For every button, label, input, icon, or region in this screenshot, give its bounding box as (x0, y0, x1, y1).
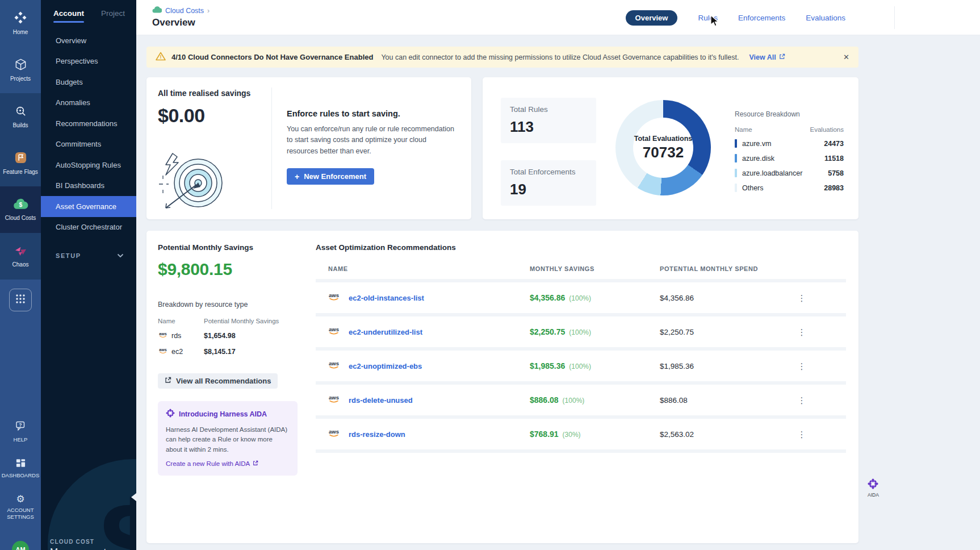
dashboards-label: DASHBOARDS (2, 472, 40, 478)
tab-rules[interactable]: Rules (698, 14, 718, 22)
view-all-link[interactable]: View All (749, 53, 785, 61)
svg-text:aws: aws (329, 360, 339, 366)
table-row: aws rds-resize-down $768.91(30%) $2,563.… (316, 419, 846, 449)
row-menu-kebab-icon[interactable]: ⋮ (785, 362, 819, 370)
col-potential-monthly-spend: POTENTIAL MONTHLY SPEND (660, 265, 785, 272)
aws-icon: aws (327, 292, 341, 304)
tab-overview[interactable]: Overview (626, 10, 678, 26)
sidebar-item-budgets[interactable]: Budgets (41, 72, 136, 93)
rail-item-chaos[interactable]: Chaos (0, 233, 41, 280)
new-enforcement-button[interactable]: + New Enforcement (287, 168, 374, 185)
module-grid-button[interactable] (9, 289, 32, 311)
aws-icon: aws (327, 326, 341, 338)
aws-icon: aws (158, 331, 168, 340)
rail-label: Home (13, 29, 28, 36)
recommendation-link[interactable]: rds-resize-down (349, 430, 405, 439)
external-link-icon (165, 377, 171, 385)
sidebar-item-commitments[interactable]: Commitments (41, 134, 136, 155)
account-settings-button[interactable]: ⚙ ACCOUNT SETTINGS (0, 494, 41, 521)
recommendation-name-cell: aws ec2-underutilized-list (316, 326, 530, 338)
module-name-small: CLOUD COST (50, 539, 106, 545)
module-name-large: Management (50, 547, 106, 550)
rail-bottom-section: ? HELP DASHBOARDS ⚙ ACCOUNT SETTINGS AM (0, 280, 41, 550)
evaluations-stats-card: Total Rules 113 Total Enforcements 19 To… (483, 77, 858, 219)
rail-top-section: Home Projects (0, 0, 41, 93)
rail-label: Projects (10, 76, 31, 82)
recommendation-name-cell: aws ec2-unoptimized-ebs (316, 360, 530, 372)
external-link-icon (253, 460, 258, 467)
total-rules-tile: Total Rules 113 (501, 98, 596, 143)
sidebar-item-overview[interactable]: Overview (41, 30, 136, 51)
legend-color-chip (735, 184, 737, 192)
sidebar-collapse-handle[interactable] (131, 493, 136, 501)
user-avatar[interactable]: AM (12, 541, 29, 550)
row-menu-kebab-icon[interactable]: ⋮ (785, 328, 819, 336)
sidebar-item-anomalies[interactable]: Anomalies (41, 93, 136, 114)
aida-flower-icon (868, 481, 878, 491)
projects-cube-icon (14, 58, 27, 72)
tab-project[interactable]: Project (101, 9, 125, 18)
sidebar-item-recommendations[interactable]: Recommendations (41, 113, 136, 134)
recommendation-link[interactable]: ec2-old-instances-list (349, 294, 424, 302)
pms-row: aws ec2 $8,145.17 (158, 347, 298, 356)
monthly-savings-cell: $1,985.36(100%) (530, 361, 660, 371)
realised-savings-card: All time realised savings $0.00 (146, 77, 471, 219)
row-menu-kebab-icon[interactable]: ⋮ (785, 294, 819, 302)
row-menu-kebab-icon[interactable]: ⋮ (785, 430, 819, 439)
rail-item-cloud-costs[interactable]: $ Cloud Costs (0, 186, 41, 233)
svg-text:aws: aws (329, 394, 339, 401)
svg-text:aws: aws (329, 292, 339, 298)
main-content: Cloud Costs › Overview Overview Rules En… (136, 0, 980, 550)
resource-breakdown-legend: Resource Breakdown Name Evaluations azur… (735, 98, 844, 219)
rail-item-projects[interactable]: Projects (0, 47, 41, 93)
pms-resource: aws rds (158, 331, 204, 340)
aida-fab-label: AIDA (868, 492, 879, 498)
savings-percent: (100%) (569, 294, 591, 302)
spend-value: $1,985.36 (660, 362, 785, 370)
tab-account[interactable]: Account (53, 9, 84, 23)
aws-icon: aws (327, 394, 341, 406)
total-enforcements-value: 19 (510, 181, 587, 198)
svg-text:aws: aws (329, 428, 339, 435)
table-row: aws ec2-old-instances-list $4,356.86(100… (316, 282, 846, 313)
view-all-recommendations-label: View all Recommendations (176, 377, 271, 385)
dashboards-button[interactable]: DASHBOARDS (0, 458, 41, 478)
setup-section-toggle[interactable]: SETUP (41, 252, 136, 259)
legend-row: Others 28983 (735, 184, 844, 192)
legend-value: 5758 (828, 169, 844, 177)
total-enforcements-label: Total Enforcements (510, 168, 587, 176)
savings-percent: (100%) (563, 397, 585, 405)
help-button[interactable]: ? HELP (0, 420, 41, 443)
aida-fab[interactable]: AIDA (868, 478, 879, 498)
rail-item-home[interactable]: Home (0, 0, 41, 47)
rail-item-builds[interactable]: Builds (0, 93, 41, 140)
evaluations-donut-chart: Total Evaluations 70732 (615, 100, 711, 195)
recommendation-link[interactable]: ec2-underutilized-list (349, 328, 422, 336)
pms-col-savings: Potential Monthly Savings (204, 318, 279, 324)
breadcrumb-separator: › (207, 7, 210, 15)
legend-value: 28983 (824, 184, 844, 192)
tab-evaluations[interactable]: Evaluations (806, 14, 845, 22)
sidebar-item-cluster-orchestrator[interactable]: Cluster Orchestrator (41, 217, 136, 238)
breadcrumb-label: Cloud Costs (165, 7, 204, 15)
create-rule-with-aida-link[interactable]: Create a new Rule with AIDA (166, 460, 258, 467)
rail-label: Feature Flags (3, 169, 38, 176)
cloud-costs-sidebar: $ Account Project Overview Perspectives … (41, 0, 136, 550)
view-all-recommendations-button[interactable]: View all Recommendations (158, 373, 278, 389)
sidebar-item-perspectives[interactable]: Perspectives (41, 51, 136, 72)
rail-item-feature-flags[interactable]: Feature Flags (0, 140, 41, 186)
sidebar-item-autostopping-rules[interactable]: AutoStopping Rules (41, 155, 136, 176)
header-divider (894, 6, 895, 29)
breadcrumb-cloud-costs-link[interactable]: Cloud Costs (152, 6, 204, 15)
sidebar-item-bi-dashboards[interactable]: BI Dashboards (41, 176, 136, 197)
total-enforcements-tile: Total Enforcements 19 (501, 160, 596, 206)
tab-enforcements[interactable]: Enforcements (738, 14, 785, 22)
row-menu-kebab-icon[interactable]: ⋮ (785, 396, 819, 405)
recommendation-link[interactable]: ec2-unoptimized-ebs (349, 362, 422, 370)
sidebar-item-asset-governance[interactable]: Asset Governance (41, 196, 136, 217)
breadcrumb: Cloud Costs › (152, 6, 980, 15)
recommendation-link[interactable]: rds-delete-unused (349, 396, 413, 405)
grid-dots-icon (15, 293, 26, 307)
close-icon[interactable]: ✕ (843, 53, 849, 61)
savings-value: $768.91 (530, 430, 559, 439)
